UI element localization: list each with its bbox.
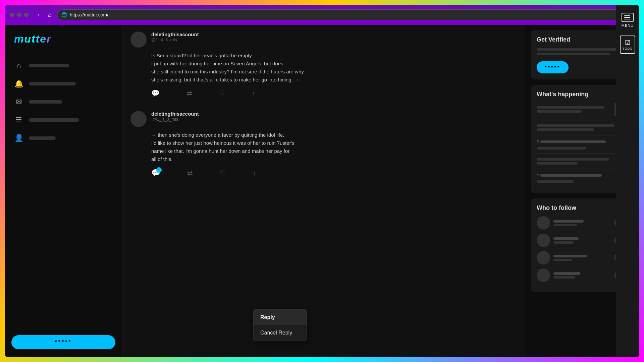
hash-icon-5: #	[537, 173, 539, 178]
main-feed[interactable]: deletingthisaccount @1_4_3_mis Is Sena s…	[122, 25, 525, 357]
mail-icon: ✉	[14, 98, 23, 106]
verify-button[interactable]: *****	[537, 61, 569, 73]
sidebar-cta-button[interactable]: *****	[11, 335, 115, 349]
traffic-light-close[interactable]	[10, 13, 14, 17]
back-button[interactable]: ←	[35, 10, 44, 20]
follow-item-1: •••	[537, 216, 628, 230]
follow-info-1	[553, 220, 611, 226]
follow-avatar-4	[537, 268, 550, 282]
post-2-meta: deletingthisaccount @1_4_3_mis	[151, 111, 199, 122]
trending-bar-4a	[537, 158, 609, 161]
browser-titlebar: ← ⌂ 🌐 https://mutter.com/	[5, 5, 639, 25]
follow-widget-title: Who to follow	[537, 204, 628, 212]
trending-left-3: #	[537, 139, 619, 149]
verify-text-bar-2	[537, 53, 610, 55]
trending-bar-5b	[537, 180, 574, 183]
home-button[interactable]: ⌂	[47, 10, 53, 20]
hamburger-menu-button[interactable]: MENU	[619, 25, 636, 30]
comment-active-dot	[156, 167, 162, 173]
post-1: deletingthisaccount @1_4_3_mis Is Sena s…	[122, 25, 525, 104]
post-2-header: deletingthisaccount @1_4_3_mis	[130, 111, 517, 127]
post-1-username: deletingthisaccount	[151, 32, 199, 37]
globe-icon: 🌐	[61, 12, 67, 17]
follow-name-bar-3	[553, 255, 587, 257]
trending-item-5: # • • •	[537, 173, 628, 187]
browser-window: ← ⌂ 🌐 https://mutter.com/ mutter ⌂ 🔔	[5, 5, 639, 357]
follow-name-bar-1	[553, 220, 584, 223]
context-menu-cancel-reply[interactable]: Cancel Reply	[254, 325, 307, 341]
post-2-comment-button[interactable]: 💬	[151, 169, 160, 177]
trending-item-3: # • • •	[537, 139, 628, 154]
nav-label-notifications	[29, 82, 76, 85]
sidebar-bottom: *****	[11, 335, 115, 349]
trending-bar-2a	[537, 124, 614, 127]
post-1-actions: 💬 ⇄ ♡ ↑	[151, 89, 517, 97]
trending-bar-3a	[540, 140, 606, 143]
trending-left-4	[537, 158, 619, 165]
follow-info-2	[553, 237, 611, 244]
bookmark-icon: ☰	[14, 116, 23, 124]
post-2-content: → then she's doing everyone a favor by q…	[151, 131, 517, 163]
post-2-username: deletingthisaccount	[151, 111, 199, 117]
context-menu-reply[interactable]: Reply	[254, 310, 307, 325]
sidebar-item-notifications[interactable]: 🔔	[11, 75, 115, 92]
todo-check-icon: ☑	[623, 39, 633, 46]
trending-bar-5a	[540, 174, 602, 177]
follow-info-4	[553, 272, 611, 279]
todo-label: TODO	[623, 47, 633, 50]
follow-item-3: •••	[537, 251, 628, 264]
trending-left-1	[537, 106, 612, 113]
nav-label-messages	[29, 100, 62, 104]
trending-bar-4b	[537, 162, 578, 165]
follow-handle-bar-2	[553, 241, 574, 244]
verify-widget-title: Get Verified	[537, 36, 628, 43]
post-2-repost-button[interactable]: ⇄	[187, 169, 193, 177]
nav-label-profile	[29, 136, 56, 140]
post-1-avatar	[130, 32, 147, 48]
sidebar-item-messages[interactable]: ✉	[11, 94, 115, 110]
trending-left-5: #	[537, 173, 619, 183]
post-2-handle: @1_4_3_mis	[151, 117, 199, 122]
logo-text: mutter	[14, 33, 52, 45]
post-1-repost-button[interactable]: ⇄	[186, 89, 192, 97]
profile-icon: 👤	[14, 134, 23, 142]
app-layout: mutter ⌂ 🔔 ✉ ☰	[5, 25, 639, 357]
post-1-content: Is Sena stupid? lol her head's gotta be …	[151, 52, 517, 84]
follow-avatar-1	[537, 216, 550, 230]
address-bar[interactable]: 🌐 https://mutter.com/	[57, 9, 634, 20]
home-icon: ⌂	[14, 61, 23, 70]
post-1-meta: deletingthisaccount @1_4_3_mis	[151, 32, 199, 42]
nav-label-bookmarks	[29, 118, 79, 122]
context-menu: Reply Cancel Reply	[253, 309, 307, 341]
follow-name-bar-4	[553, 272, 580, 275]
trending-bar-1b	[537, 110, 582, 113]
bell-icon: 🔔	[14, 79, 23, 88]
logo: mutter	[14, 33, 115, 45]
trending-item-1	[537, 103, 628, 120]
traffic-light-maximize[interactable]	[24, 13, 29, 17]
traffic-light-minimize[interactable]	[17, 13, 21, 17]
sidebar: mutter ⌂ 🔔 ✉ ☰	[5, 25, 122, 357]
follow-handle-bar-4	[553, 276, 575, 279]
follow-item-4: •••	[537, 268, 628, 282]
follow-avatar-3	[537, 251, 550, 264]
todo-button[interactable]: ☑ TODO	[620, 36, 635, 54]
nav-label-home	[29, 64, 69, 67]
follow-info-3	[553, 255, 611, 261]
post-1-comment-button[interactable]: 💬	[151, 89, 160, 97]
post-1-handle: @1_4_3_mis	[151, 37, 199, 42]
post-1-share-button[interactable]: ↑	[252, 89, 255, 97]
url-text: https://mutter.com/	[70, 12, 108, 17]
hash-icon-3: #	[537, 139, 539, 144]
follow-handle-bar-3	[553, 259, 572, 261]
traffic-lights	[10, 13, 29, 17]
sidebar-item-profile[interactable]: 👤	[11, 130, 115, 146]
post-2-actions: 💬 ⇄ ♡ ↑	[151, 169, 517, 177]
post-1-like-button[interactable]: ♡	[219, 89, 225, 97]
sidebar-item-bookmarks[interactable]: ☰	[11, 112, 115, 128]
sidebar-item-home[interactable]: ⌂	[11, 57, 115, 74]
post-2-like-button[interactable]: ♡	[220, 169, 226, 177]
post-2-share-button[interactable]: ↑	[253, 169, 256, 177]
trending-widget-title: What's happening	[537, 91, 628, 98]
trending-left-2	[537, 124, 619, 131]
